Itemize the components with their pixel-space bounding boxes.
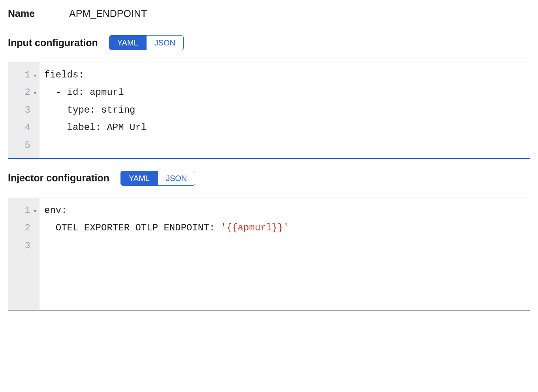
fold-icon[interactable]: ▼: [32, 89, 36, 97]
input-config-editor[interactable]: 1▼2▼345 fields: - id: apmurl type: strin…: [8, 62, 530, 159]
name-row: Name APM_ENDPOINT: [8, 8, 530, 19]
input-config-title: Input configuration: [8, 37, 98, 49]
injector-config-header: Injector configuration YAML JSON: [8, 171, 530, 186]
input-config-toggle: YAML JSON: [109, 35, 184, 50]
gutter-line: 1▼: [13, 202, 36, 219]
code-line: fields:: [44, 66, 525, 84]
injector-config-toggle: YAML JSON: [120, 171, 195, 186]
code-line: [44, 237, 525, 254]
injector-config-yaml-button[interactable]: YAML: [121, 171, 158, 185]
injector-config-title: Injector configuration: [8, 172, 109, 184]
input-config-header: Input configuration YAML JSON: [8, 35, 530, 50]
gutter-line: 1▼: [13, 66, 36, 84]
input-config-yaml-button[interactable]: YAML: [109, 36, 147, 50]
code-line: - id: apmurl: [44, 84, 525, 101]
injector-config-gutter: 1▼23: [8, 198, 40, 310]
fold-icon[interactable]: ▼: [32, 207, 36, 215]
input-config-gutter: 1▼2▼345: [8, 62, 40, 158]
code-line: OTEL_EXPORTER_OTLP_ENDPOINT: '{{apmurl}}…: [44, 219, 525, 237]
fold-icon[interactable]: ▼: [32, 72, 36, 80]
code-line: [44, 137, 525, 154]
injector-config-code[interactable]: env: OTEL_EXPORTER_OTLP_ENDPOINT: '{{apm…: [40, 198, 530, 310]
gutter-line: 3: [13, 237, 36, 254]
gutter-line: 3: [13, 102, 36, 119]
gutter-line: 2: [13, 219, 36, 237]
code-line: type: string: [44, 102, 525, 119]
injector-config-editor[interactable]: 1▼23 env: OTEL_EXPORTER_OTLP_ENDPOINT: '…: [8, 198, 530, 311]
gutter-line: 5: [13, 137, 36, 154]
code-line: label: APM Url: [44, 119, 525, 136]
name-label: Name: [8, 8, 69, 19]
input-config-json-button[interactable]: JSON: [147, 36, 183, 50]
name-value: APM_ENDPOINT: [69, 8, 147, 19]
injector-config-json-button[interactable]: JSON: [158, 171, 195, 185]
input-config-code[interactable]: fields: - id: apmurl type: string label:…: [40, 62, 530, 158]
gutter-line: 2▼: [13, 84, 36, 101]
code-line: env:: [44, 202, 525, 219]
gutter-line: 4: [13, 119, 36, 136]
